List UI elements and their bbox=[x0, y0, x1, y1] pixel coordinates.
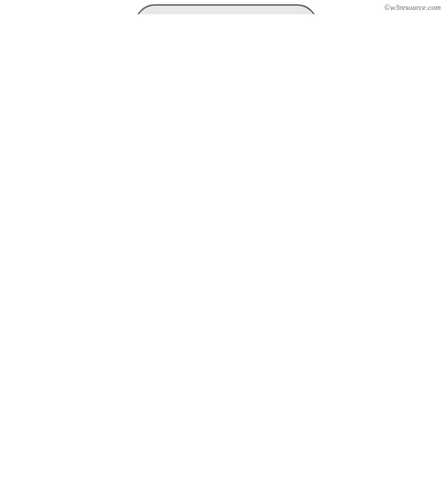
query-line-1: SELECT * FROM salesman bbox=[151, 13, 302, 14]
copyright-text: ©w3resource.com bbox=[384, 3, 441, 11]
top-query-box: SELECT * FROM salesman WHERE city=ANY ( … bbox=[135, 4, 317, 14]
